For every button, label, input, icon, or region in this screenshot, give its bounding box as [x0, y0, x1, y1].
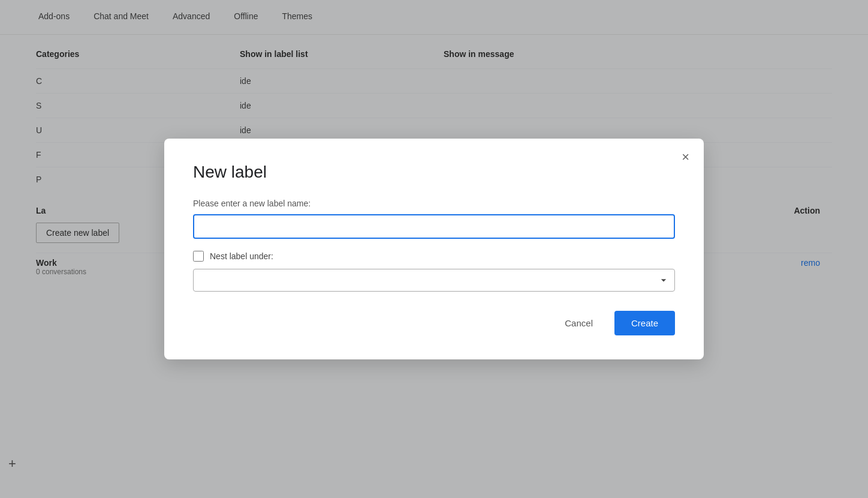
nest-label-checkbox[interactable]: [193, 251, 204, 262]
new-label-modal: × New label Please enter a new label nam…: [164, 139, 704, 359]
modal-close-button[interactable]: ×: [682, 151, 689, 164]
nest-label-text: Nest label under:: [210, 251, 273, 261]
modal-label-prompt: Please enter a new label name:: [193, 199, 675, 208]
modal-footer: Cancel Create: [193, 311, 675, 335]
modal-title: New label: [193, 163, 675, 182]
cancel-button[interactable]: Cancel: [553, 312, 605, 334]
new-label-input[interactable]: [193, 214, 675, 239]
nest-label-select[interactable]: [193, 269, 675, 292]
modal-overlay: × New label Please enter a new label nam…: [0, 0, 868, 498]
create-button[interactable]: Create: [614, 311, 675, 335]
nest-label-row: Nest label under:: [193, 251, 675, 262]
